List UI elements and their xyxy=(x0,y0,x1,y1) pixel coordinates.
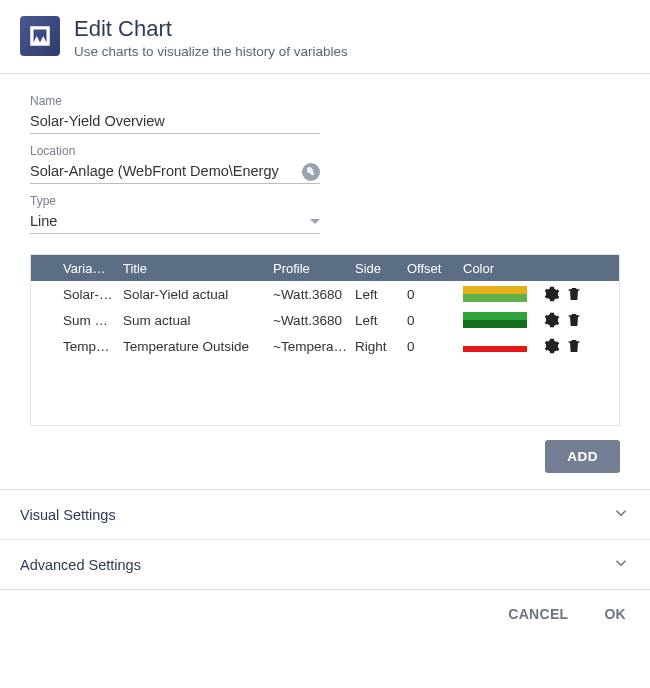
col-color[interactable]: Color xyxy=(463,261,543,276)
table-row[interactable]: Sum … Sum actual ~Watt.3680 Left 0 xyxy=(31,307,619,333)
form-area: Name Location Type Line Varia… Title Pro… xyxy=(0,74,650,489)
cell-variable: Solar-… xyxy=(63,287,123,302)
cell-title: Temperature Outside xyxy=(123,339,273,354)
cancel-button[interactable]: CANCEL xyxy=(508,606,568,622)
chevron-down-icon xyxy=(310,219,320,224)
advanced-settings-section[interactable]: Advanced Settings xyxy=(0,539,650,589)
dialog-title: Edit Chart xyxy=(74,16,630,42)
location-input[interactable] xyxy=(30,160,298,183)
trash-icon[interactable] xyxy=(565,337,583,355)
name-input[interactable] xyxy=(30,110,320,134)
visual-settings-label: Visual Settings xyxy=(20,507,116,523)
visual-settings-section[interactable]: Visual Settings xyxy=(0,489,650,539)
col-profile[interactable]: Profile xyxy=(273,261,355,276)
dialog-footer: CANCEL OK xyxy=(0,589,650,638)
cell-color xyxy=(463,339,543,354)
cell-color xyxy=(463,312,543,328)
gear-icon[interactable] xyxy=(543,285,561,303)
cell-variable: Temp… xyxy=(63,339,123,354)
type-select[interactable]: Line xyxy=(30,210,320,234)
col-variable[interactable]: Varia… xyxy=(63,261,123,276)
col-side[interactable]: Side xyxy=(355,261,407,276)
ok-button[interactable]: OK xyxy=(604,606,626,622)
location-label: Location xyxy=(30,144,620,158)
type-value: Line xyxy=(30,210,57,233)
globe-icon[interactable] xyxy=(302,163,320,181)
table-row[interactable]: Temp… Temperature Outside ~Tempera… Righ… xyxy=(31,333,619,359)
name-label: Name xyxy=(30,94,620,108)
cell-profile: ~Watt.3680 xyxy=(273,313,355,328)
advanced-settings-label: Advanced Settings xyxy=(20,557,141,573)
chevron-down-icon xyxy=(612,504,630,525)
cell-title: Sum actual xyxy=(123,313,273,328)
cell-offset: 0 xyxy=(407,313,463,328)
cell-offset: 0 xyxy=(407,339,463,354)
cell-side: Right xyxy=(355,339,407,354)
cell-offset: 0 xyxy=(407,287,463,302)
col-title[interactable]: Title xyxy=(123,261,273,276)
type-label: Type xyxy=(30,194,620,208)
trash-icon[interactable] xyxy=(565,311,583,329)
cell-variable: Sum … xyxy=(63,313,123,328)
trash-icon[interactable] xyxy=(565,285,583,303)
cell-side: Left xyxy=(355,287,407,302)
variables-table: Varia… Title Profile Side Offset Color S… xyxy=(30,254,620,426)
app-icon xyxy=(20,16,60,56)
cell-profile: ~Watt.3680 xyxy=(273,287,355,302)
add-button[interactable]: ADD xyxy=(545,440,620,473)
dialog-header: Edit Chart Use charts to visualize the h… xyxy=(0,0,650,74)
cell-title: Solar-Yield actual xyxy=(123,287,273,302)
cell-side: Left xyxy=(355,313,407,328)
gear-icon[interactable] xyxy=(543,337,561,355)
table-row[interactable]: Solar-… Solar-Yield actual ~Watt.3680 Le… xyxy=(31,281,619,307)
chevron-down-icon xyxy=(612,554,630,575)
cell-profile: ~Tempera… xyxy=(273,339,355,354)
gear-icon[interactable] xyxy=(543,311,561,329)
cell-color xyxy=(463,286,543,302)
col-offset[interactable]: Offset xyxy=(407,261,463,276)
table-header: Varia… Title Profile Side Offset Color xyxy=(31,255,619,281)
dialog-subtitle: Use charts to visualize the history of v… xyxy=(74,44,630,59)
